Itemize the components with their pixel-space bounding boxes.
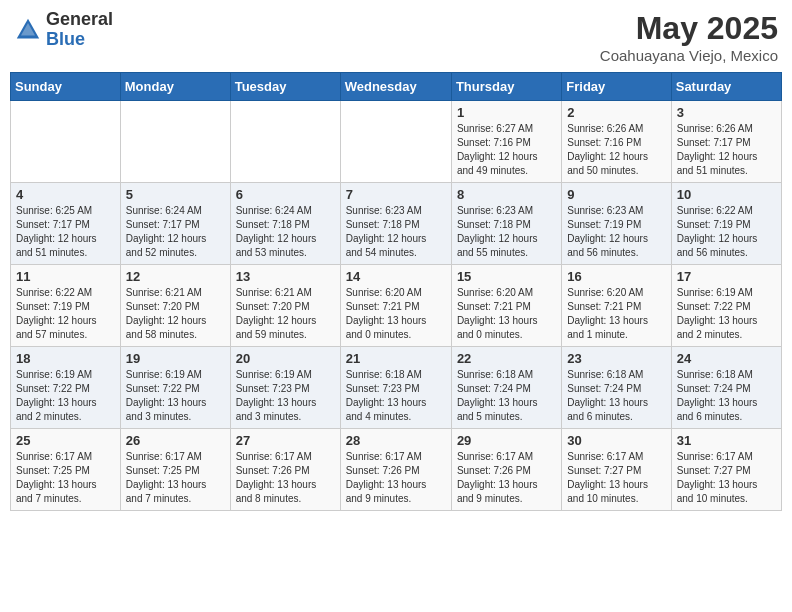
day-number: 2 [567, 105, 665, 120]
calendar-week-2: 4Sunrise: 6:25 AM Sunset: 7:17 PM Daylig… [11, 183, 782, 265]
day-number: 6 [236, 187, 335, 202]
day-info: Sunrise: 6:17 AM Sunset: 7:26 PM Dayligh… [346, 450, 446, 506]
day-number: 3 [677, 105, 776, 120]
calendar-cell: 8Sunrise: 6:23 AM Sunset: 7:18 PM Daylig… [451, 183, 561, 265]
day-info: Sunrise: 6:20 AM Sunset: 7:21 PM Dayligh… [567, 286, 665, 342]
calendar-cell: 25Sunrise: 6:17 AM Sunset: 7:25 PM Dayli… [11, 429, 121, 511]
day-number: 8 [457, 187, 556, 202]
calendar-cell: 22Sunrise: 6:18 AM Sunset: 7:24 PM Dayli… [451, 347, 561, 429]
day-info: Sunrise: 6:23 AM Sunset: 7:18 PM Dayligh… [346, 204, 446, 260]
day-info: Sunrise: 6:19 AM Sunset: 7:23 PM Dayligh… [236, 368, 335, 424]
logo-text: General Blue [46, 10, 113, 50]
day-header-tuesday: Tuesday [230, 73, 340, 101]
calendar-cell: 16Sunrise: 6:20 AM Sunset: 7:21 PM Dayli… [562, 265, 671, 347]
day-info: Sunrise: 6:17 AM Sunset: 7:26 PM Dayligh… [236, 450, 335, 506]
calendar-table: SundayMondayTuesdayWednesdayThursdayFrid… [10, 72, 782, 511]
calendar-cell: 14Sunrise: 6:20 AM Sunset: 7:21 PM Dayli… [340, 265, 451, 347]
day-info: Sunrise: 6:19 AM Sunset: 7:22 PM Dayligh… [126, 368, 225, 424]
day-number: 13 [236, 269, 335, 284]
day-number: 30 [567, 433, 665, 448]
day-number: 14 [346, 269, 446, 284]
calendar-cell: 27Sunrise: 6:17 AM Sunset: 7:26 PM Dayli… [230, 429, 340, 511]
day-info: Sunrise: 6:18 AM Sunset: 7:23 PM Dayligh… [346, 368, 446, 424]
day-number: 16 [567, 269, 665, 284]
day-info: Sunrise: 6:27 AM Sunset: 7:16 PM Dayligh… [457, 122, 556, 178]
calendar-cell: 10Sunrise: 6:22 AM Sunset: 7:19 PM Dayli… [671, 183, 781, 265]
day-info: Sunrise: 6:22 AM Sunset: 7:19 PM Dayligh… [677, 204, 776, 260]
calendar-week-3: 11Sunrise: 6:22 AM Sunset: 7:19 PM Dayli… [11, 265, 782, 347]
day-info: Sunrise: 6:19 AM Sunset: 7:22 PM Dayligh… [677, 286, 776, 342]
calendar-cell: 4Sunrise: 6:25 AM Sunset: 7:17 PM Daylig… [11, 183, 121, 265]
day-number: 12 [126, 269, 225, 284]
calendar-cell: 19Sunrise: 6:19 AM Sunset: 7:22 PM Dayli… [120, 347, 230, 429]
day-number: 25 [16, 433, 115, 448]
day-number: 4 [16, 187, 115, 202]
day-info: Sunrise: 6:17 AM Sunset: 7:26 PM Dayligh… [457, 450, 556, 506]
day-info: Sunrise: 6:23 AM Sunset: 7:18 PM Dayligh… [457, 204, 556, 260]
day-number: 15 [457, 269, 556, 284]
day-info: Sunrise: 6:17 AM Sunset: 7:25 PM Dayligh… [16, 450, 115, 506]
day-header-friday: Friday [562, 73, 671, 101]
calendar-cell: 17Sunrise: 6:19 AM Sunset: 7:22 PM Dayli… [671, 265, 781, 347]
calendar-week-1: 1Sunrise: 6:27 AM Sunset: 7:16 PM Daylig… [11, 101, 782, 183]
calendar-cell: 11Sunrise: 6:22 AM Sunset: 7:19 PM Dayli… [11, 265, 121, 347]
calendar-cell: 26Sunrise: 6:17 AM Sunset: 7:25 PM Dayli… [120, 429, 230, 511]
day-number: 9 [567, 187, 665, 202]
calendar-cell: 29Sunrise: 6:17 AM Sunset: 7:26 PM Dayli… [451, 429, 561, 511]
day-header-monday: Monday [120, 73, 230, 101]
day-header-sunday: Sunday [11, 73, 121, 101]
calendar-cell: 9Sunrise: 6:23 AM Sunset: 7:19 PM Daylig… [562, 183, 671, 265]
calendar-cell: 30Sunrise: 6:17 AM Sunset: 7:27 PM Dayli… [562, 429, 671, 511]
day-info: Sunrise: 6:25 AM Sunset: 7:17 PM Dayligh… [16, 204, 115, 260]
day-number: 5 [126, 187, 225, 202]
day-number: 19 [126, 351, 225, 366]
day-number: 29 [457, 433, 556, 448]
day-info: Sunrise: 6:26 AM Sunset: 7:16 PM Dayligh… [567, 122, 665, 178]
day-number: 22 [457, 351, 556, 366]
day-number: 20 [236, 351, 335, 366]
calendar-cell: 20Sunrise: 6:19 AM Sunset: 7:23 PM Dayli… [230, 347, 340, 429]
calendar-cell: 12Sunrise: 6:21 AM Sunset: 7:20 PM Dayli… [120, 265, 230, 347]
day-number: 11 [16, 269, 115, 284]
day-info: Sunrise: 6:17 AM Sunset: 7:27 PM Dayligh… [567, 450, 665, 506]
day-number: 26 [126, 433, 225, 448]
day-info: Sunrise: 6:19 AM Sunset: 7:22 PM Dayligh… [16, 368, 115, 424]
day-info: Sunrise: 6:21 AM Sunset: 7:20 PM Dayligh… [236, 286, 335, 342]
logo-blue: Blue [46, 29, 85, 49]
day-number: 27 [236, 433, 335, 448]
day-number: 31 [677, 433, 776, 448]
day-number: 7 [346, 187, 446, 202]
day-header-saturday: Saturday [671, 73, 781, 101]
day-info: Sunrise: 6:23 AM Sunset: 7:19 PM Dayligh… [567, 204, 665, 260]
logo-general: General [46, 9, 113, 29]
calendar-cell: 31Sunrise: 6:17 AM Sunset: 7:27 PM Dayli… [671, 429, 781, 511]
calendar-cell: 6Sunrise: 6:24 AM Sunset: 7:18 PM Daylig… [230, 183, 340, 265]
calendar-cell [340, 101, 451, 183]
calendar-cell: 23Sunrise: 6:18 AM Sunset: 7:24 PM Dayli… [562, 347, 671, 429]
day-number: 10 [677, 187, 776, 202]
calendar-week-4: 18Sunrise: 6:19 AM Sunset: 7:22 PM Dayli… [11, 347, 782, 429]
calendar-cell: 1Sunrise: 6:27 AM Sunset: 7:16 PM Daylig… [451, 101, 561, 183]
calendar-location: Coahuayana Viejo, Mexico [600, 47, 778, 64]
day-number: 1 [457, 105, 556, 120]
calendar-cell [11, 101, 121, 183]
calendar-cell: 28Sunrise: 6:17 AM Sunset: 7:26 PM Dayli… [340, 429, 451, 511]
calendar-cell [230, 101, 340, 183]
title-block: May 2025 Coahuayana Viejo, Mexico [600, 10, 778, 64]
day-info: Sunrise: 6:20 AM Sunset: 7:21 PM Dayligh… [346, 286, 446, 342]
calendar-cell: 21Sunrise: 6:18 AM Sunset: 7:23 PM Dayli… [340, 347, 451, 429]
calendar-cell: 5Sunrise: 6:24 AM Sunset: 7:17 PM Daylig… [120, 183, 230, 265]
calendar-cell [120, 101, 230, 183]
calendar-cell: 15Sunrise: 6:20 AM Sunset: 7:21 PM Dayli… [451, 265, 561, 347]
calendar-header-row: SundayMondayTuesdayWednesdayThursdayFrid… [11, 73, 782, 101]
day-number: 18 [16, 351, 115, 366]
calendar-cell: 18Sunrise: 6:19 AM Sunset: 7:22 PM Dayli… [11, 347, 121, 429]
logo: General Blue [14, 10, 113, 50]
day-number: 28 [346, 433, 446, 448]
day-info: Sunrise: 6:18 AM Sunset: 7:24 PM Dayligh… [457, 368, 556, 424]
calendar-title: May 2025 [600, 10, 778, 47]
calendar-cell: 24Sunrise: 6:18 AM Sunset: 7:24 PM Dayli… [671, 347, 781, 429]
day-info: Sunrise: 6:21 AM Sunset: 7:20 PM Dayligh… [126, 286, 225, 342]
day-info: Sunrise: 6:17 AM Sunset: 7:27 PM Dayligh… [677, 450, 776, 506]
calendar-cell: 3Sunrise: 6:26 AM Sunset: 7:17 PM Daylig… [671, 101, 781, 183]
